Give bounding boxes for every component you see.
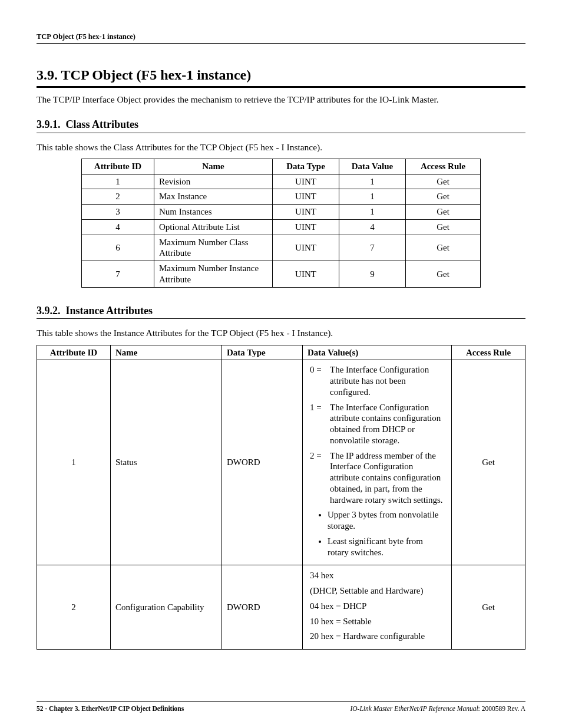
subsection-title: Instance Attributes xyxy=(66,305,153,317)
subsection-heading-class-attrs: 3.9.1. Class Attributes xyxy=(37,118,525,131)
table-cell: DWORD xyxy=(222,565,303,650)
table-row: 3Num InstancesUINT1Get xyxy=(82,205,481,220)
footer-right: IO-Link Master EtherNet/IP Reference Man… xyxy=(350,704,525,713)
table-cell: Get xyxy=(452,360,525,565)
table-header-row: Attribute ID Name Data Type Data Value(s… xyxy=(37,345,525,360)
table-cell: UINT xyxy=(273,261,339,288)
col-attribute-id: Attribute ID xyxy=(82,159,154,174)
list-item: Upper 3 bytes from nonvolatile storage. xyxy=(328,509,444,532)
footer-doc-title: IO-Link Master EtherNet/IP Reference Man… xyxy=(350,705,478,712)
table-cell: Get xyxy=(406,205,481,220)
instance-attr-intro: This table shows the Instance Attributes… xyxy=(37,327,525,338)
running-header: TCP Object (F5 hex-1 instance) xyxy=(37,32,525,44)
data-value-line: 20 hex = Hardware configurable xyxy=(310,631,444,642)
data-value-line: 04 hex = DHCP xyxy=(310,601,444,612)
table-cell: UINT xyxy=(273,174,339,189)
class-attributes-table: Attribute ID Name Data Type Data Value A… xyxy=(81,159,481,288)
col-data-type: Data Type xyxy=(273,159,339,174)
subsection-number: 3.9.2. xyxy=(37,305,61,317)
table-cell: Get xyxy=(406,174,481,189)
table-cell: Get xyxy=(406,189,481,205)
table-cell: 4 xyxy=(339,219,406,235)
table-cell: 1 xyxy=(82,174,154,189)
table-cell: Get xyxy=(452,565,525,650)
table-cell: 1 xyxy=(339,205,406,220)
table-row: 2Configuration CapabilityDWORD34 hex(DHC… xyxy=(37,565,525,650)
table-row: 4Optional Attribute ListUINT4Get xyxy=(82,219,481,235)
table-cell: Maximum Number Class Attribute xyxy=(154,235,273,261)
col-access-rule: Access Rule xyxy=(452,345,525,360)
table-cell: 9 xyxy=(339,261,406,288)
subsection-rule xyxy=(37,318,525,319)
data-value-line: 10 hex = Settable xyxy=(310,616,444,627)
table-row: 1RevisionUINT1Get xyxy=(82,174,481,189)
col-attribute-id: Attribute ID xyxy=(37,345,111,360)
footer-doc-rev: : 2000589 Rev. A xyxy=(478,705,525,712)
data-value-key: 0 = xyxy=(310,364,330,397)
table-cell: 3 xyxy=(82,205,154,220)
subsection-title: Class Attributes xyxy=(66,118,139,130)
table-cell: Get xyxy=(406,261,481,288)
data-value-item: 2 =The IP address member of the Interfac… xyxy=(310,450,444,506)
col-data-value: Data Value xyxy=(339,159,406,174)
table-cell: DWORD xyxy=(222,360,303,565)
footer-chapter: Chapter 3. EtherNet/IP CIP Object Defini… xyxy=(49,705,184,712)
class-attr-intro: This table shows the Class Attributes fo… xyxy=(37,141,525,153)
table-cell: 7 xyxy=(82,261,154,288)
data-value-text: The IP address member of the Interface C… xyxy=(330,450,444,506)
data-value-line: 34 hex xyxy=(310,570,444,581)
data-value-item: 1 =The Interface Configuration attribute… xyxy=(310,402,444,446)
table-cell: UINT xyxy=(273,219,339,235)
data-value-text: The Interface Configuration attribute co… xyxy=(330,402,444,446)
table-cell: 4 xyxy=(82,219,154,235)
col-name: Name xyxy=(111,345,222,360)
table-cell: UINT xyxy=(273,189,339,205)
table-cell: 7 xyxy=(339,235,406,261)
data-value-key: 1 = xyxy=(310,402,330,446)
table-cell: 0 =The Interface Configuration attribute… xyxy=(303,360,452,565)
table-cell: Get xyxy=(406,219,481,235)
table-cell: UINT xyxy=(273,205,339,220)
col-name: Name xyxy=(154,159,273,174)
data-value-key: 2 = xyxy=(310,450,330,506)
col-data-type: Data Type xyxy=(222,345,303,360)
list-item: Least significant byte from rotary switc… xyxy=(328,536,444,558)
subsection-rule xyxy=(37,133,525,133)
footer-left: 52 - Chapter 3. EtherNet/IP CIP Object D… xyxy=(37,704,184,713)
data-value-text: The Interface Configuration attribute ha… xyxy=(330,364,444,397)
section-heading: 3.9. TCP Object (F5 hex-1 instance) xyxy=(37,66,525,84)
table-row: 2Max InstanceUINT1Get xyxy=(82,189,481,205)
section-intro: The TCP/IP Interface Object provides the… xyxy=(37,94,525,105)
subsection-heading-instance-attrs: 3.9.2. Instance Attributes xyxy=(37,304,525,318)
table-cell: 2 xyxy=(82,189,154,205)
table-cell: Optional Attribute List xyxy=(154,219,273,235)
table-cell: 1 xyxy=(339,189,406,205)
table-cell: 1 xyxy=(339,174,406,189)
table-cell: Status xyxy=(111,360,222,565)
section-number: 3.9. xyxy=(37,67,58,83)
data-value-item: 0 =The Interface Configuration attribute… xyxy=(310,364,444,397)
table-cell: 1 xyxy=(37,360,111,565)
table-cell: 6 xyxy=(82,235,154,261)
table-cell: UINT xyxy=(273,235,339,261)
table-cell: Maximum Number Instance Attribute xyxy=(154,261,273,288)
data-value-lines: 34 hex(DHCP, Settable and Hardware)04 he… xyxy=(310,570,444,642)
instance-attributes-table: Attribute ID Name Data Type Data Value(s… xyxy=(37,345,525,650)
section-title-text: TCP Object (F5 hex-1 instance) xyxy=(61,67,252,83)
table-cell: 34 hex(DHCP, Settable and Hardware)04 he… xyxy=(303,565,452,650)
data-value-bullets: Upper 3 bytes from nonvolatile storage.L… xyxy=(328,509,444,558)
table-row: 7Maximum Number Instance AttributeUINT9G… xyxy=(82,261,481,288)
table-cell: 2 xyxy=(37,565,111,650)
table-cell: Num Instances xyxy=(154,205,273,220)
page-footer: 52 - Chapter 3. EtherNet/IP CIP Object D… xyxy=(37,701,525,713)
table-row: 6Maximum Number Class AttributeUINT7Get xyxy=(82,235,481,261)
table-header-row: Attribute ID Name Data Type Data Value A… xyxy=(82,159,481,174)
col-data-values: Data Value(s) xyxy=(303,345,452,360)
table-cell: Max Instance xyxy=(154,189,273,205)
section-rule xyxy=(37,86,525,88)
table-cell: Get xyxy=(406,235,481,261)
table-cell: Configuration Capability xyxy=(111,565,222,650)
table-row: 1StatusDWORD0 =The Interface Configurati… xyxy=(37,360,525,565)
col-access-rule: Access Rule xyxy=(406,159,481,174)
table-cell: Revision xyxy=(154,174,273,189)
